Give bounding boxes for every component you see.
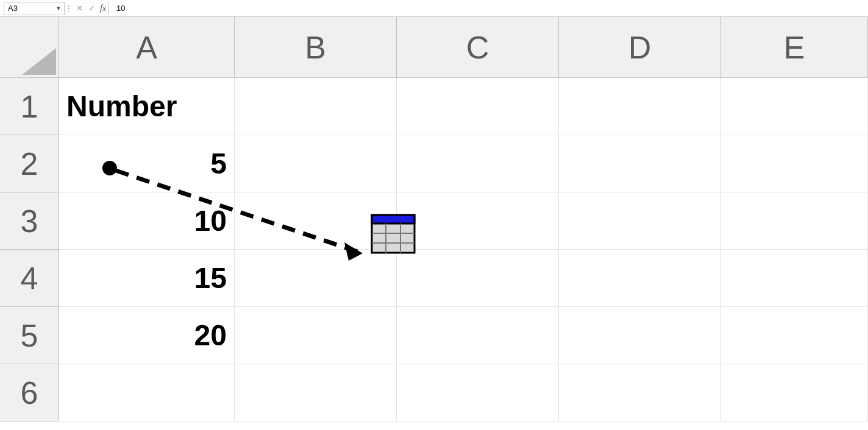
spreadsheet-grid: A B C D E 1 2 3 4 5 6 Number 5 10 15 20 [0,17,868,430]
column-header-D[interactable]: D [559,17,721,78]
cell-C2[interactable] [397,135,559,192]
cell-E2[interactable] [721,135,868,192]
cell-D4[interactable] [559,250,721,307]
cell-A5[interactable]: 20 [59,307,235,364]
cell-E1[interactable] [721,78,868,135]
check-icon: ✓ [88,4,95,13]
cell-B2[interactable] [235,135,397,192]
column-header-C[interactable]: C [397,17,559,78]
cell-D3[interactable] [559,192,721,250]
cancel-formula-button[interactable]: ✕ [73,2,85,15]
confirm-formula-button[interactable]: ✓ [85,2,98,15]
cell-B3[interactable] [235,192,397,250]
fx-label: fx [100,4,106,13]
row-header-6[interactable]: 6 [0,364,59,421]
row-label: 2 [21,146,38,182]
cell-A1[interactable]: Number [59,78,235,135]
row-header-3[interactable]: 3 [0,192,59,250]
cell-E3[interactable] [721,192,868,250]
row-header-5[interactable]: 5 [0,307,59,364]
cell-E4[interactable] [721,250,868,307]
cell-E6[interactable] [721,364,868,421]
cell-D6[interactable] [559,364,721,421]
column-header-B[interactable]: B [235,17,397,78]
row-label: 6 [21,375,38,411]
column-header-E[interactable]: E [721,17,868,78]
chevron-down-icon[interactable]: ▼ [55,5,62,12]
name-box-value: A3 [8,4,18,13]
cell-C4[interactable] [397,250,559,307]
cell-C1[interactable] [397,78,559,135]
row-label: 5 [21,317,38,354]
formula-input[interactable] [114,2,868,15]
insert-function-button[interactable]: fx [98,2,109,15]
cell-C3[interactable] [397,192,559,250]
x-icon: ✕ [76,4,83,13]
cell-B5[interactable] [235,307,397,364]
cell-D5[interactable] [559,307,721,364]
row-label: 4 [21,260,38,297]
cell-A6[interactable] [59,364,235,421]
row-header-1[interactable]: 1 [0,78,59,135]
row-header-4[interactable]: 4 [0,250,59,307]
cell-B6[interactable] [235,364,397,421]
cell-E5[interactable] [721,307,868,364]
cell-value: 10 [194,204,227,238]
col-label: B [305,29,326,66]
cell-A2[interactable]: 5 [59,135,235,192]
cell-B4[interactable] [235,250,397,307]
cell-C5[interactable] [397,307,559,364]
cell-B1[interactable] [235,78,397,135]
cell-A4[interactable]: 15 [59,250,235,307]
cell-D1[interactable] [559,78,721,135]
cell-value: 5 [210,147,227,180]
cell-A3[interactable]: 10 [59,192,235,250]
column-header-A[interactable]: A [59,17,235,78]
select-all-corner[interactable] [0,17,59,78]
separator-dots-icon: ⋮ [67,2,71,15]
cell-value: 15 [194,261,227,295]
col-label: E [784,29,805,66]
col-label: C [466,29,489,66]
cell-D2[interactable] [559,135,721,192]
row-label: 1 [21,88,38,125]
cell-C6[interactable] [397,364,559,421]
cell-value: Number [66,90,177,123]
formula-bar: A3 ▼ ⋮ ✕ ✓ fx [0,0,868,17]
col-label: A [136,29,157,66]
col-label: D [628,29,652,66]
row-header-2[interactable]: 2 [0,135,59,192]
row-label: 3 [21,203,38,239]
name-box[interactable]: A3 ▼ [4,2,65,15]
cell-value: 20 [194,319,227,352]
